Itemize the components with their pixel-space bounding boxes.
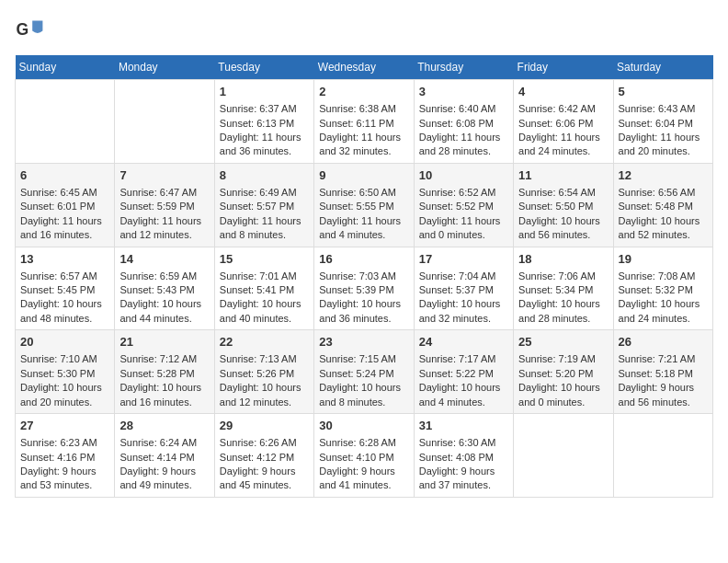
day-cell: 16Sunrise: 7:03 AMSunset: 5:39 PMDayligh… xyxy=(314,247,414,330)
day-number: 17 xyxy=(419,251,508,268)
sunrise-text: Sunrise: 7:17 AM xyxy=(419,352,508,366)
sunset-text: Sunset: 5:48 PM xyxy=(619,200,708,213)
sunrise-text: Sunrise: 6:40 AM xyxy=(419,102,508,116)
sunrise-text: Sunrise: 6:43 AM xyxy=(619,102,708,116)
daylight-text: Daylight: 10 hours and 8 minutes. xyxy=(319,381,408,409)
sunset-text: Sunset: 5:55 PM xyxy=(319,200,408,213)
daylight-text: Daylight: 11 hours and 32 minutes. xyxy=(319,131,408,159)
sunset-text: Sunset: 5:32 PM xyxy=(619,283,708,297)
daylight-text: Daylight: 10 hours and 28 minutes. xyxy=(518,297,608,326)
day-header-thursday: Thursday xyxy=(414,55,513,80)
day-cell: 13Sunrise: 6:57 AMSunset: 5:45 PMDayligh… xyxy=(16,247,115,330)
day-cell: 24Sunrise: 7:17 AMSunset: 5:22 PMDayligh… xyxy=(414,330,513,414)
calendar-table: SundayMondayTuesdayWednesdayThursdayFrid… xyxy=(15,55,713,498)
sunrise-text: Sunrise: 6:57 AM xyxy=(20,270,109,283)
daylight-text: Daylight: 9 hours and 56 minutes. xyxy=(619,381,708,409)
svg-text:G: G xyxy=(17,20,29,39)
sunset-text: Sunset: 5:28 PM xyxy=(119,367,209,381)
day-cell: 8Sunrise: 6:49 AMSunset: 5:57 PMDaylight… xyxy=(214,163,313,247)
day-number: 28 xyxy=(119,418,209,434)
sunset-text: Sunset: 5:26 PM xyxy=(220,367,309,381)
daylight-text: Daylight: 10 hours and 4 minutes. xyxy=(419,381,508,409)
day-cell: 27Sunrise: 6:23 AMSunset: 4:16 PMDayligh… xyxy=(16,414,115,498)
sunset-text: Sunset: 5:30 PM xyxy=(20,367,109,381)
sunset-text: Sunset: 6:01 PM xyxy=(20,200,109,213)
daylight-text: Daylight: 9 hours and 41 minutes. xyxy=(319,465,408,493)
sunrise-text: Sunrise: 7:13 AM xyxy=(220,352,309,366)
day-number: 14 xyxy=(119,251,209,268)
sunrise-text: Sunrise: 6:54 AM xyxy=(518,186,608,200)
week-row-3: 13Sunrise: 6:57 AMSunset: 5:45 PMDayligh… xyxy=(16,247,713,330)
day-number: 10 xyxy=(419,167,508,184)
logo: G xyxy=(15,15,48,44)
sunrise-text: Sunrise: 7:01 AM xyxy=(220,270,309,283)
day-number: 18 xyxy=(518,251,608,268)
sunset-text: Sunset: 4:10 PM xyxy=(319,451,408,465)
sunset-text: Sunset: 5:37 PM xyxy=(419,283,508,297)
day-cell: 26Sunrise: 7:21 AMSunset: 5:18 PMDayligh… xyxy=(613,330,712,414)
sunrise-text: Sunrise: 6:38 AM xyxy=(319,102,408,116)
daylight-text: Daylight: 11 hours and 0 minutes. xyxy=(419,214,508,243)
day-number: 25 xyxy=(518,334,608,350)
day-cell xyxy=(115,80,214,164)
day-number: 26 xyxy=(619,334,708,350)
sunset-text: Sunset: 5:41 PM xyxy=(220,283,309,297)
daylight-text: Daylight: 10 hours and 56 minutes. xyxy=(518,214,608,243)
daylight-text: Daylight: 10 hours and 12 minutes. xyxy=(220,381,309,409)
day-number: 31 xyxy=(419,418,508,434)
sunrise-text: Sunrise: 6:26 AM xyxy=(220,436,309,450)
day-cell: 9Sunrise: 6:50 AMSunset: 5:55 PMDaylight… xyxy=(314,163,414,247)
day-number: 15 xyxy=(220,251,309,268)
day-cell xyxy=(613,414,712,498)
sunrise-text: Sunrise: 7:12 AM xyxy=(119,352,209,366)
sunset-text: Sunset: 6:08 PM xyxy=(419,117,508,131)
day-number: 19 xyxy=(619,251,708,268)
day-number: 24 xyxy=(419,334,508,350)
sunrise-text: Sunrise: 6:23 AM xyxy=(20,436,109,450)
sunrise-text: Sunrise: 6:59 AM xyxy=(119,270,209,283)
daylight-text: Daylight: 9 hours and 45 minutes. xyxy=(220,465,309,493)
header-row: SundayMondayTuesdayWednesdayThursdayFrid… xyxy=(16,55,713,80)
daylight-text: Daylight: 11 hours and 36 minutes. xyxy=(220,131,309,159)
day-number: 27 xyxy=(20,418,109,434)
sunset-text: Sunset: 6:11 PM xyxy=(319,117,408,131)
daylight-text: Daylight: 9 hours and 49 minutes. xyxy=(119,465,209,493)
day-header-friday: Friday xyxy=(514,55,613,80)
day-cell: 20Sunrise: 7:10 AMSunset: 5:30 PMDayligh… xyxy=(16,330,115,414)
week-row-5: 27Sunrise: 6:23 AMSunset: 4:16 PMDayligh… xyxy=(16,414,713,498)
sunrise-text: Sunrise: 7:04 AM xyxy=(419,270,508,283)
day-header-monday: Monday xyxy=(115,55,214,80)
daylight-text: Daylight: 10 hours and 32 minutes. xyxy=(419,297,508,326)
sunrise-text: Sunrise: 6:52 AM xyxy=(419,186,508,200)
daylight-text: Daylight: 10 hours and 44 minutes. xyxy=(119,297,209,326)
sunset-text: Sunset: 4:16 PM xyxy=(20,451,109,465)
sunrise-text: Sunrise: 6:56 AM xyxy=(619,186,708,200)
day-cell: 14Sunrise: 6:59 AMSunset: 5:43 PMDayligh… xyxy=(115,247,214,330)
day-cell: 22Sunrise: 7:13 AMSunset: 5:26 PMDayligh… xyxy=(214,330,313,414)
daylight-text: Daylight: 10 hours and 20 minutes. xyxy=(20,381,109,409)
day-number: 12 xyxy=(619,167,708,184)
day-number: 1 xyxy=(220,84,309,100)
daylight-text: Daylight: 11 hours and 24 minutes. xyxy=(518,131,608,159)
daylight-text: Daylight: 11 hours and 16 minutes. xyxy=(20,214,109,243)
day-header-wednesday: Wednesday xyxy=(314,55,414,80)
day-number: 21 xyxy=(119,334,209,350)
sunrise-text: Sunrise: 6:37 AM xyxy=(220,102,309,116)
day-number: 4 xyxy=(518,84,608,100)
day-number: 9 xyxy=(319,167,408,184)
daylight-text: Daylight: 11 hours and 8 minutes. xyxy=(220,214,309,243)
day-number: 2 xyxy=(319,84,408,100)
day-number: 22 xyxy=(220,334,309,350)
sunrise-text: Sunrise: 6:47 AM xyxy=(119,186,209,200)
sunrise-text: Sunrise: 6:49 AM xyxy=(220,186,309,200)
sunrise-text: Sunrise: 6:45 AM xyxy=(20,186,109,200)
day-cell: 10Sunrise: 6:52 AMSunset: 5:52 PMDayligh… xyxy=(414,163,513,247)
day-number: 5 xyxy=(619,84,708,100)
day-cell: 15Sunrise: 7:01 AMSunset: 5:41 PMDayligh… xyxy=(214,247,313,330)
day-cell xyxy=(514,414,613,498)
day-cell: 7Sunrise: 6:47 AMSunset: 5:59 PMDaylight… xyxy=(115,163,214,247)
day-cell: 1Sunrise: 6:37 AMSunset: 6:13 PMDaylight… xyxy=(214,80,313,164)
day-cell: 2Sunrise: 6:38 AMSunset: 6:11 PMDaylight… xyxy=(314,80,414,164)
sunset-text: Sunset: 5:22 PM xyxy=(419,367,508,381)
daylight-text: Daylight: 9 hours and 37 minutes. xyxy=(419,465,508,493)
